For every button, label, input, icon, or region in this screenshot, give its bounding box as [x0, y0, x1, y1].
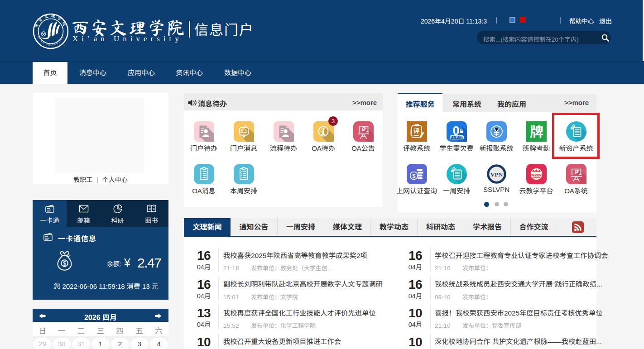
svg-text:学生零欠费: 学生零欠费 [449, 135, 464, 139]
svg-text:牌: 牌 [530, 121, 543, 141]
svg-text:评: 评 [413, 126, 419, 135]
svg-text:$: $ [412, 172, 415, 179]
svg-text:XI'AN UNIVERSITY: XI'AN UNIVERSITY [37, 35, 64, 46]
svg-text:$: $ [63, 260, 66, 267]
svg-text:www: www [530, 172, 541, 177]
svg-text:VPN: VPN [490, 171, 503, 177]
